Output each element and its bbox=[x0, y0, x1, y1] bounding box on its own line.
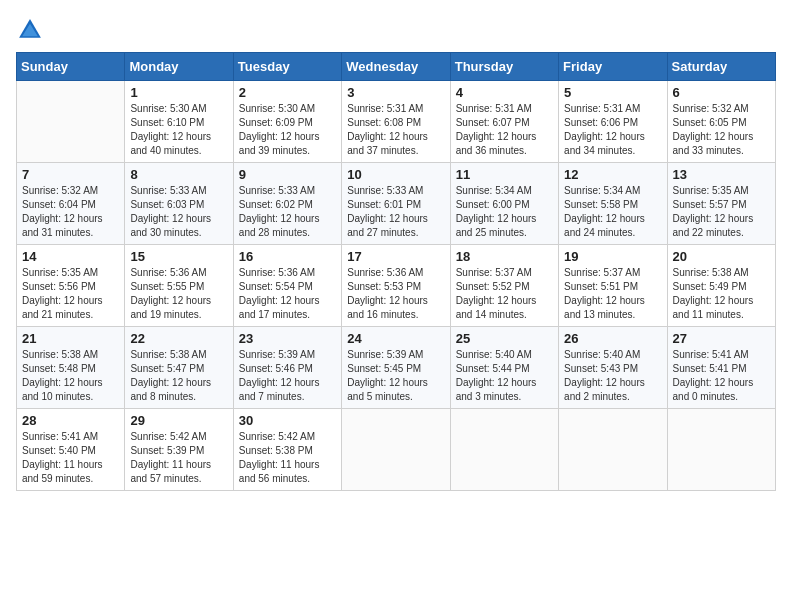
day-info: Sunrise: 5:33 AM Sunset: 6:02 PM Dayligh… bbox=[239, 184, 336, 240]
day-info: Sunrise: 5:33 AM Sunset: 6:03 PM Dayligh… bbox=[130, 184, 227, 240]
day-number: 6 bbox=[673, 85, 770, 100]
day-info: Sunrise: 5:35 AM Sunset: 5:57 PM Dayligh… bbox=[673, 184, 770, 240]
day-info: Sunrise: 5:42 AM Sunset: 5:39 PM Dayligh… bbox=[130, 430, 227, 486]
calendar-day-cell: 17Sunrise: 5:36 AM Sunset: 5:53 PM Dayli… bbox=[342, 245, 450, 327]
day-number: 17 bbox=[347, 249, 444, 264]
calendar-week-row: 1Sunrise: 5:30 AM Sunset: 6:10 PM Daylig… bbox=[17, 81, 776, 163]
day-number: 22 bbox=[130, 331, 227, 346]
calendar-day-cell: 13Sunrise: 5:35 AM Sunset: 5:57 PM Dayli… bbox=[667, 163, 775, 245]
calendar-day-header: Wednesday bbox=[342, 53, 450, 81]
day-number: 26 bbox=[564, 331, 661, 346]
calendar-day-cell: 25Sunrise: 5:40 AM Sunset: 5:44 PM Dayli… bbox=[450, 327, 558, 409]
day-number: 7 bbox=[22, 167, 119, 182]
calendar-day-cell: 5Sunrise: 5:31 AM Sunset: 6:06 PM Daylig… bbox=[559, 81, 667, 163]
calendar-day-cell: 16Sunrise: 5:36 AM Sunset: 5:54 PM Dayli… bbox=[233, 245, 341, 327]
day-info: Sunrise: 5:33 AM Sunset: 6:01 PM Dayligh… bbox=[347, 184, 444, 240]
calendar-day-cell: 21Sunrise: 5:38 AM Sunset: 5:48 PM Dayli… bbox=[17, 327, 125, 409]
calendar-day-cell: 27Sunrise: 5:41 AM Sunset: 5:41 PM Dayli… bbox=[667, 327, 775, 409]
day-info: Sunrise: 5:34 AM Sunset: 6:00 PM Dayligh… bbox=[456, 184, 553, 240]
day-number: 9 bbox=[239, 167, 336, 182]
calendar-day-cell: 12Sunrise: 5:34 AM Sunset: 5:58 PM Dayli… bbox=[559, 163, 667, 245]
calendar-day-cell: 24Sunrise: 5:39 AM Sunset: 5:45 PM Dayli… bbox=[342, 327, 450, 409]
day-number: 1 bbox=[130, 85, 227, 100]
day-number: 3 bbox=[347, 85, 444, 100]
day-info: Sunrise: 5:34 AM Sunset: 5:58 PM Dayligh… bbox=[564, 184, 661, 240]
day-number: 21 bbox=[22, 331, 119, 346]
page-header bbox=[16, 16, 776, 44]
calendar-week-row: 28Sunrise: 5:41 AM Sunset: 5:40 PM Dayli… bbox=[17, 409, 776, 491]
day-info: Sunrise: 5:37 AM Sunset: 5:51 PM Dayligh… bbox=[564, 266, 661, 322]
calendar-table: SundayMondayTuesdayWednesdayThursdayFrid… bbox=[16, 52, 776, 491]
day-number: 11 bbox=[456, 167, 553, 182]
day-info: Sunrise: 5:40 AM Sunset: 5:44 PM Dayligh… bbox=[456, 348, 553, 404]
day-number: 29 bbox=[130, 413, 227, 428]
day-info: Sunrise: 5:32 AM Sunset: 6:04 PM Dayligh… bbox=[22, 184, 119, 240]
day-info: Sunrise: 5:37 AM Sunset: 5:52 PM Dayligh… bbox=[456, 266, 553, 322]
calendar-day-cell: 10Sunrise: 5:33 AM Sunset: 6:01 PM Dayli… bbox=[342, 163, 450, 245]
calendar-week-row: 7Sunrise: 5:32 AM Sunset: 6:04 PM Daylig… bbox=[17, 163, 776, 245]
day-info: Sunrise: 5:39 AM Sunset: 5:46 PM Dayligh… bbox=[239, 348, 336, 404]
logo bbox=[16, 16, 48, 44]
day-number: 15 bbox=[130, 249, 227, 264]
calendar-day-header: Sunday bbox=[17, 53, 125, 81]
calendar-day-cell: 20Sunrise: 5:38 AM Sunset: 5:49 PM Dayli… bbox=[667, 245, 775, 327]
calendar-day-cell: 8Sunrise: 5:33 AM Sunset: 6:03 PM Daylig… bbox=[125, 163, 233, 245]
day-info: Sunrise: 5:38 AM Sunset: 5:47 PM Dayligh… bbox=[130, 348, 227, 404]
calendar-day-cell bbox=[450, 409, 558, 491]
day-info: Sunrise: 5:36 AM Sunset: 5:55 PM Dayligh… bbox=[130, 266, 227, 322]
day-number: 24 bbox=[347, 331, 444, 346]
day-info: Sunrise: 5:41 AM Sunset: 5:40 PM Dayligh… bbox=[22, 430, 119, 486]
calendar-day-header: Saturday bbox=[667, 53, 775, 81]
calendar-day-header: Friday bbox=[559, 53, 667, 81]
calendar-day-cell: 19Sunrise: 5:37 AM Sunset: 5:51 PM Dayli… bbox=[559, 245, 667, 327]
day-info: Sunrise: 5:38 AM Sunset: 5:49 PM Dayligh… bbox=[673, 266, 770, 322]
calendar-day-cell: 2Sunrise: 5:30 AM Sunset: 6:09 PM Daylig… bbox=[233, 81, 341, 163]
calendar-day-cell: 23Sunrise: 5:39 AM Sunset: 5:46 PM Dayli… bbox=[233, 327, 341, 409]
day-info: Sunrise: 5:30 AM Sunset: 6:10 PM Dayligh… bbox=[130, 102, 227, 158]
day-info: Sunrise: 5:41 AM Sunset: 5:41 PM Dayligh… bbox=[673, 348, 770, 404]
calendar-day-cell bbox=[667, 409, 775, 491]
day-info: Sunrise: 5:32 AM Sunset: 6:05 PM Dayligh… bbox=[673, 102, 770, 158]
day-info: Sunrise: 5:31 AM Sunset: 6:07 PM Dayligh… bbox=[456, 102, 553, 158]
day-info: Sunrise: 5:38 AM Sunset: 5:48 PM Dayligh… bbox=[22, 348, 119, 404]
calendar-day-cell: 4Sunrise: 5:31 AM Sunset: 6:07 PM Daylig… bbox=[450, 81, 558, 163]
day-number: 8 bbox=[130, 167, 227, 182]
calendar-week-row: 14Sunrise: 5:35 AM Sunset: 5:56 PM Dayli… bbox=[17, 245, 776, 327]
calendar-header-row: SundayMondayTuesdayWednesdayThursdayFrid… bbox=[17, 53, 776, 81]
day-info: Sunrise: 5:39 AM Sunset: 5:45 PM Dayligh… bbox=[347, 348, 444, 404]
day-number: 14 bbox=[22, 249, 119, 264]
day-info: Sunrise: 5:31 AM Sunset: 6:08 PM Dayligh… bbox=[347, 102, 444, 158]
day-number: 13 bbox=[673, 167, 770, 182]
calendar-day-cell: 15Sunrise: 5:36 AM Sunset: 5:55 PM Dayli… bbox=[125, 245, 233, 327]
day-number: 23 bbox=[239, 331, 336, 346]
day-info: Sunrise: 5:31 AM Sunset: 6:06 PM Dayligh… bbox=[564, 102, 661, 158]
day-number: 25 bbox=[456, 331, 553, 346]
calendar-day-cell bbox=[342, 409, 450, 491]
day-number: 19 bbox=[564, 249, 661, 264]
day-info: Sunrise: 5:36 AM Sunset: 5:53 PM Dayligh… bbox=[347, 266, 444, 322]
calendar-day-header: Thursday bbox=[450, 53, 558, 81]
calendar-week-row: 21Sunrise: 5:38 AM Sunset: 5:48 PM Dayli… bbox=[17, 327, 776, 409]
calendar-day-cell: 1Sunrise: 5:30 AM Sunset: 6:10 PM Daylig… bbox=[125, 81, 233, 163]
day-number: 4 bbox=[456, 85, 553, 100]
day-number: 30 bbox=[239, 413, 336, 428]
calendar-day-cell: 6Sunrise: 5:32 AM Sunset: 6:05 PM Daylig… bbox=[667, 81, 775, 163]
calendar-day-cell: 28Sunrise: 5:41 AM Sunset: 5:40 PM Dayli… bbox=[17, 409, 125, 491]
calendar-day-cell: 9Sunrise: 5:33 AM Sunset: 6:02 PM Daylig… bbox=[233, 163, 341, 245]
calendar-day-cell: 26Sunrise: 5:40 AM Sunset: 5:43 PM Dayli… bbox=[559, 327, 667, 409]
day-number: 18 bbox=[456, 249, 553, 264]
day-number: 2 bbox=[239, 85, 336, 100]
day-info: Sunrise: 5:30 AM Sunset: 6:09 PM Dayligh… bbox=[239, 102, 336, 158]
day-number: 12 bbox=[564, 167, 661, 182]
calendar-day-header: Monday bbox=[125, 53, 233, 81]
calendar-day-cell: 22Sunrise: 5:38 AM Sunset: 5:47 PM Dayli… bbox=[125, 327, 233, 409]
day-number: 5 bbox=[564, 85, 661, 100]
calendar-day-cell: 30Sunrise: 5:42 AM Sunset: 5:38 PM Dayli… bbox=[233, 409, 341, 491]
calendar-day-cell: 11Sunrise: 5:34 AM Sunset: 6:00 PM Dayli… bbox=[450, 163, 558, 245]
day-number: 20 bbox=[673, 249, 770, 264]
calendar-day-header: Tuesday bbox=[233, 53, 341, 81]
day-number: 16 bbox=[239, 249, 336, 264]
calendar-day-cell: 29Sunrise: 5:42 AM Sunset: 5:39 PM Dayli… bbox=[125, 409, 233, 491]
calendar-day-cell: 3Sunrise: 5:31 AM Sunset: 6:08 PM Daylig… bbox=[342, 81, 450, 163]
logo-icon bbox=[16, 16, 44, 44]
